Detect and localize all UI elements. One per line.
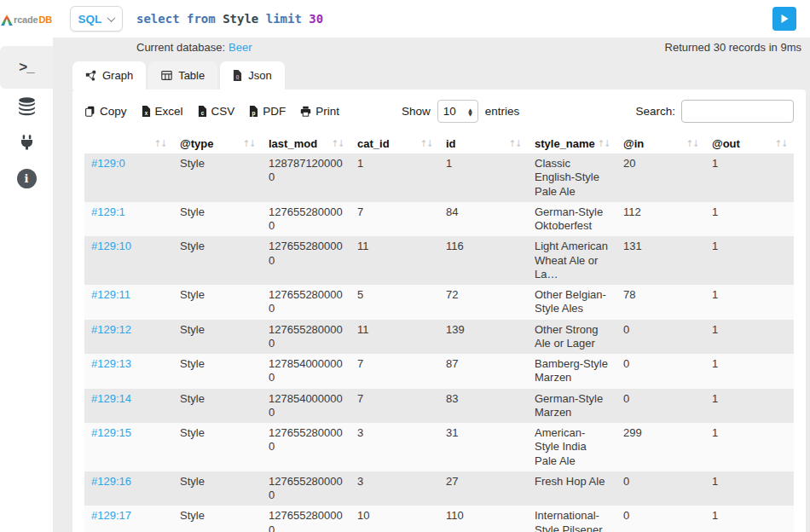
- record-rid-link[interactable]: #129:15: [91, 426, 131, 439]
- run-query-button[interactable]: [772, 7, 796, 31]
- tab-graph[interactable]: Graph: [72, 61, 146, 90]
- record-rid-link[interactable]: #129:17: [91, 509, 131, 522]
- tab-json[interactable]: {} Json: [220, 61, 284, 90]
- cell-style_name: Fresh Hop Ale: [528, 471, 616, 506]
- column-label: @in: [623, 137, 644, 150]
- sidebar-item-api[interactable]: [0, 124, 53, 160]
- column-header-type[interactable]: @type↑↓: [173, 133, 262, 153]
- table-row: #129:15Style1276552800000331American-Sty…: [84, 423, 794, 471]
- cell-cat_id: 7: [350, 354, 439, 389]
- sidebar-item-query[interactable]: >_: [0, 46, 53, 89]
- column-header-style-name[interactable]: style_name↑↓: [528, 133, 616, 153]
- print-button-label: Print: [315, 105, 339, 118]
- table-row: #129:13Style1278540000000787Bamberg-Styl…: [84, 354, 794, 389]
- page-length-select[interactable]: 10 ▲▼: [437, 100, 478, 123]
- table-row: #129:12Style127655280000011139Other Stro…: [84, 320, 794, 355]
- cell-type: Style: [173, 320, 262, 355]
- record-rid-link[interactable]: #129:14: [91, 392, 131, 405]
- csv-button[interactable]: c CSV: [198, 105, 235, 118]
- query-bar: SQL select from Style limit 30: [53, 0, 810, 38]
- tab-table[interactable]: Table: [148, 61, 217, 90]
- database-icon: [16, 96, 38, 118]
- file-excel-icon: x: [142, 106, 151, 117]
- svg-text:c: c: [200, 110, 204, 116]
- svg-text:{}: {}: [236, 74, 240, 79]
- cell-rid: #129:1: [84, 202, 173, 237]
- cell-id: 31: [439, 423, 528, 471]
- cell-out: 1: [705, 320, 794, 355]
- sort-icon: ↑↓: [419, 138, 432, 148]
- record-rid-link[interactable]: #129:1: [91, 205, 125, 218]
- arcadedb-logo-icon: [1, 14, 13, 26]
- logo-text-prefix: rcade: [14, 14, 38, 25]
- record-rid-link[interactable]: #129:16: [91, 475, 131, 488]
- copy-button[interactable]: Copy: [84, 105, 127, 118]
- column-header-in[interactable]: @in↑↓: [616, 133, 705, 153]
- cell-rid: #129:10: [84, 236, 173, 285]
- cell-in: 0: [616, 506, 705, 532]
- column-header-id[interactable]: id↑↓: [439, 133, 528, 153]
- cell-style_name: Classic English-Style Pale Ale: [528, 153, 616, 202]
- cell-out: 1: [705, 285, 794, 320]
- pdf-button-label: PDF: [263, 105, 286, 118]
- cell-cat_id: 7: [350, 202, 439, 237]
- cell-style_name: Light American Wheat Ale or La…: [528, 236, 616, 285]
- cell-type: Style: [173, 153, 262, 202]
- pdf-button[interactable]: p PDF: [249, 105, 286, 118]
- cell-rid: #129:16: [84, 471, 173, 506]
- record-rid-link[interactable]: #129:11: [91, 288, 130, 301]
- language-select[interactable]: SQL: [70, 6, 123, 32]
- column-header-rid[interactable]: ↑↓: [84, 133, 173, 153]
- logo-text-suffix: DB: [38, 14, 52, 25]
- current-database-link[interactable]: Beer: [229, 41, 252, 54]
- column-label: @out: [712, 137, 740, 150]
- column-header-last-mod[interactable]: last_mod↑↓: [262, 133, 350, 153]
- record-rid-link[interactable]: #129:0: [91, 157, 125, 170]
- select-spinner-icon: ▲▼: [468, 107, 472, 116]
- cell-in: 78: [616, 285, 705, 320]
- sort-icon: ↑↓: [508, 138, 521, 148]
- cell-in: 20: [616, 153, 705, 202]
- svg-text:p: p: [252, 110, 256, 117]
- cell-type: Style: [173, 285, 262, 320]
- arcadedb-logo: rcadeDB: [0, 0, 53, 38]
- sort-icon: ↑↓: [153, 138, 166, 148]
- record-rid-link[interactable]: #129:10: [91, 240, 131, 252]
- query-editor[interactable]: select from Style limit 30: [136, 12, 759, 26]
- cell-cat_id: 10: [350, 506, 439, 532]
- sidebar-item-about[interactable]: i: [0, 160, 53, 196]
- table-body: #129:0Style128787120000011Classic Englis…: [84, 153, 794, 532]
- tab-json-label: Json: [248, 69, 271, 82]
- cell-last_mod: 1276552800000: [262, 285, 350, 320]
- cell-in: 299: [616, 423, 705, 471]
- copy-icon: [84, 106, 95, 117]
- cell-in: 131: [616, 236, 705, 285]
- cell-last_mod: 1276552800000: [262, 506, 350, 532]
- cell-style_name: American-Style India Pale Ale: [528, 423, 616, 471]
- record-rid-link[interactable]: #129:12: [91, 323, 131, 336]
- result-tabs: Graph Table {} Json: [53, 61, 810, 90]
- plug-icon: [18, 134, 36, 152]
- cell-in: 0: [616, 471, 705, 506]
- main-area: SQL select from Style limit 30 Current d…: [53, 0, 810, 532]
- table-icon: [161, 70, 172, 81]
- info-icon: i: [17, 169, 37, 188]
- column-header-cat-id[interactable]: cat_id↑↓: [350, 133, 439, 153]
- column-header-out[interactable]: @out↑↓: [705, 133, 794, 153]
- search-input[interactable]: [681, 100, 794, 123]
- cell-last_mod: 1276552800000: [262, 236, 350, 285]
- chevron-down-icon: [107, 14, 116, 22]
- cell-id: 1: [439, 153, 528, 202]
- record-rid-link[interactable]: #129:13: [91, 357, 131, 370]
- print-icon: [300, 106, 311, 117]
- print-button[interactable]: Print: [300, 105, 339, 118]
- cell-out: 1: [705, 354, 794, 389]
- csv-button-label: CSV: [211, 105, 235, 118]
- excel-button[interactable]: x Excel: [142, 105, 183, 118]
- cell-type: Style: [173, 354, 262, 389]
- file-csv-icon: c: [198, 106, 207, 117]
- sort-icon: ↑↓: [597, 138, 610, 148]
- cell-cat_id: 3: [350, 423, 439, 471]
- sidebar-item-database[interactable]: [0, 89, 53, 124]
- cell-cat_id: 3: [350, 471, 439, 506]
